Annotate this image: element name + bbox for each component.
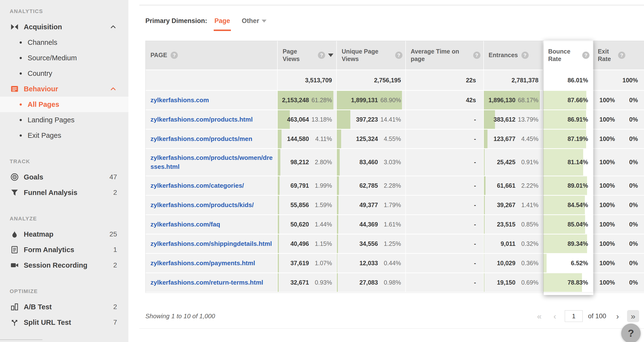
metric-percent: 1.15% (309, 240, 332, 247)
metric-cell: 125,3244.55% (337, 130, 406, 148)
sidebar-item-country[interactable]: Country (0, 66, 128, 81)
sort-desc-icon[interactable] (328, 54, 334, 57)
sidebar-item-acquisition[interactable]: Acquisition (0, 19, 128, 35)
next-page-button[interactable]: › (612, 310, 624, 322)
sidebar-item-heatmap[interactable]: Heatmap25 (0, 226, 128, 242)
metric-cell: 42s (406, 91, 484, 110)
sidebar-item-session-recording[interactable]: Session Recording2 (0, 258, 128, 273)
value-bar (484, 149, 484, 176)
chevron-up-icon[interactable] (110, 23, 117, 30)
page-link[interactable]: zylkerfashions.com/products/men (150, 134, 252, 144)
metric-percent: 14.41% (378, 116, 401, 123)
page-link[interactable]: zylkerfashions.com/payments.html (150, 259, 255, 268)
sidebar-item-goals[interactable]: Goals47 (0, 169, 128, 185)
value-bar (484, 176, 486, 195)
metric-value: 100% (600, 136, 615, 142)
metric-cell: 100%0% (593, 273, 644, 292)
primary-dimension-bar: Primary Dimension: Page Other (145, 6, 278, 36)
sidebar-item-label: Country (28, 70, 52, 78)
metric-percent: 0% (615, 97, 638, 104)
metric-cell: 100%0% (593, 254, 644, 272)
metric-cell: 12,0330.44% (337, 254, 406, 272)
last-page-button[interactable]: » (627, 310, 639, 322)
sidebar-item-label: Form Analytics (24, 246, 74, 254)
sidebar-item-a-b-test[interactable]: A/B Test2 (0, 299, 128, 315)
help-icon[interactable]: ? (522, 52, 529, 59)
metric-cell: 40,4961.15% (278, 234, 337, 253)
value-bar (337, 176, 339, 195)
page-link[interactable]: zylkerfashions.com/return-terms.html (150, 278, 263, 287)
metric-cell: 37,6191.07% (278, 254, 337, 272)
metric-value: 100% (600, 97, 615, 104)
sidebar-item-behaviour[interactable]: Behaviour (0, 81, 128, 97)
sidebar-item-form-analytics[interactable]: Form Analytics1 (0, 242, 128, 258)
metric-percent: 61.28% (309, 97, 332, 104)
tab-page[interactable]: Page (214, 17, 230, 25)
metric-value: 37,619 (290, 260, 309, 267)
help-icon[interactable]: ? (318, 52, 325, 59)
column-header-entrances[interactable]: Entrances? (484, 41, 544, 70)
page-link[interactable]: zylkerfashions.com/products/women/dresse… (150, 153, 273, 171)
metric-cell: - (406, 149, 484, 176)
help-icon[interactable]: ? (618, 52, 625, 59)
sidebar-item-split-url-test[interactable]: Split URL Test7 (0, 315, 128, 330)
metric-cell: 44,3691.61% (337, 215, 406, 234)
page-link[interactable]: zylkerfashions.com (150, 96, 209, 105)
column-header-average-time-on-page[interactable]: Average Time on page? (406, 41, 484, 70)
help-icon[interactable]: ? (473, 52, 480, 59)
metric-value: 89.01% (568, 182, 588, 189)
first-page-button[interactable]: « (533, 310, 546, 322)
help-icon[interactable]: ? (582, 52, 590, 59)
metric-value: 10,029 (497, 260, 515, 267)
metric-value: - (474, 182, 476, 189)
summary-value: 2,781,378 (512, 77, 538, 84)
column-header-page-views[interactable]: Page Views? (278, 41, 337, 70)
page-link[interactable]: zylkerfashions.com/categories/ (150, 181, 244, 190)
sidebar-item-exit-pages[interactable]: Exit Pages (0, 128, 128, 143)
metric-value: 78.83% (568, 279, 588, 286)
page-cell: zylkerfashions.com (146, 91, 278, 110)
sidebar-section-title: TRACK (0, 154, 128, 169)
table-row: zylkerfashions.com/faq50,6201.44%44,3691… (146, 215, 644, 234)
metric-cell: 100%0% (593, 130, 644, 148)
metric-cell: 86.91% (543, 110, 593, 129)
metric-value: 463,064 (287, 116, 309, 123)
sidebar-section: ANALYTICSAcquisitionChannelsSource/Mediu… (0, 4, 128, 143)
page-link[interactable]: zylkerfashions.com/shippingdetails.html (150, 239, 272, 248)
metric-value: 86.91% (568, 116, 588, 123)
column-header-unique-page-views[interactable]: Unique Page Views? (337, 41, 406, 70)
metric-value: - (474, 260, 476, 267)
metric-value: 2,153,248 (282, 97, 309, 104)
help-icon[interactable]: ? (395, 52, 402, 59)
sidebar-item-label: Exit Pages (28, 132, 61, 140)
item-count-badge: 1 (113, 246, 117, 254)
page-number-input[interactable] (565, 310, 583, 322)
sidebar-item-label: Heatmap (24, 230, 54, 238)
sidebar-item-funnel-analysis[interactable]: Funnel Analysis2 (0, 185, 128, 200)
sidebar-item-channels[interactable]: Channels (0, 35, 128, 50)
prev-page-button[interactable]: ‹ (549, 310, 561, 322)
chevron-up-icon[interactable] (110, 85, 117, 92)
metric-percent: 13.18% (309, 116, 332, 123)
sidebar-item-label: All Pages (28, 100, 59, 108)
metric-value: 100% (600, 159, 615, 166)
help-icon[interactable]: ? (170, 52, 178, 59)
page-link[interactable]: zylkerfashions.com/products.html (150, 115, 253, 124)
tab-other[interactable]: Other (242, 17, 266, 25)
sidebar-divider (0, 339, 42, 340)
summary-cell: 2,781,378 (484, 70, 544, 90)
page-link[interactable]: zylkerfashions.com/products/kids/ (150, 200, 254, 210)
sidebar-item-landing-pages[interactable]: Landing Pages (0, 112, 128, 128)
summary-cell: 22s (406, 70, 484, 90)
value-bar (337, 196, 338, 214)
help-button[interactable]: ? (621, 324, 640, 342)
column-header-page[interactable]: PAGE? (146, 41, 278, 70)
page-cell: zylkerfashions.com/faq (146, 215, 278, 234)
sidebar-item-source-medium[interactable]: Source/Medium (0, 50, 128, 66)
metric-percent: 0% (615, 159, 638, 166)
column-header-exit-rate[interactable]: Exit Rate? (593, 41, 644, 70)
column-header-bounce-rate[interactable]: Bounce Rate? (543, 41, 593, 70)
page-link[interactable]: zylkerfashions.com/faq (150, 220, 220, 229)
value-bar (278, 196, 279, 214)
sidebar-item-all-pages[interactable]: All Pages (0, 97, 128, 112)
